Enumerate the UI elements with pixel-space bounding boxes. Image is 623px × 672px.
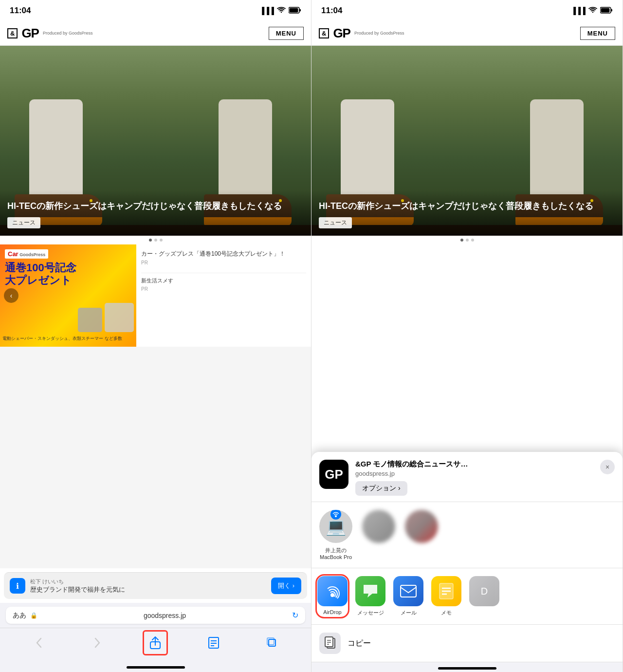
prev-button[interactable]: ‹ [4, 288, 18, 303]
share-button[interactable] [146, 633, 165, 653]
battery-icon [289, 7, 301, 15]
left-hero-overlay: HI-TECの新作シューズはキャンプだけじゃなく普段履きもしたくなる ニュース [0, 190, 311, 236]
left-home-indicator [0, 662, 311, 672]
share-info: &GP モノ情報の総合ニュースサ… goodspress.jp オプション › [355, 460, 593, 496]
forward-button[interactable] [88, 633, 107, 653]
right-hero-image: HI-TECの新作シューズはキャンプだけじゃなく普段履きもしたくなる ニュース [312, 46, 623, 236]
left-hero-title: HI-TECの新作シューズはキャンプだけじゃなく普段履きもしたくなる [7, 200, 304, 212]
right-scroll-dots [312, 236, 623, 244]
share-app-name: &GP モノ情報の総合ニュースサ… [355, 460, 593, 469]
macbook-avatar: 💻 [319, 510, 352, 543]
left-menu-button[interactable]: MENU [269, 27, 304, 40]
url-display: goodspress.jp [41, 612, 288, 619]
macbook-contact-name: 井上晃のMacBook Pro [320, 547, 352, 560]
open-button[interactable]: 開く › [271, 578, 301, 594]
right-hero-title: HI-TECの新作シューズはキャンプだけじゃなく普段履きもしたくなる [319, 200, 615, 212]
app-share-row: AirDrop メッセージ メール [312, 568, 623, 625]
left-notification-bar: ℹ 松下 けいいち 歴史ブランド開発で福井を元気に 開く › [4, 572, 307, 599]
left-scroll-dots [0, 236, 311, 244]
logo-produced-text: Produced by GoodsPress [43, 31, 93, 36]
airdrop-contact-3[interactable] [405, 510, 438, 560]
notif-title: 歴史ブランド開発で福井を元気に [30, 585, 266, 594]
share-app-gp-text: GP [325, 467, 343, 482]
promo-image: Car GoodsPress 通巻100号記念大プレゼント 電動シェーバー・スキ… [0, 244, 136, 347]
left-status-bar: 11:04 ▐▐▐ [0, 0, 311, 21]
share-app-icon: GP [319, 460, 348, 489]
copy-row[interactable]: コピー [312, 625, 623, 662]
back-button[interactable] [29, 633, 49, 653]
right-hero-overlay: HI-TECの新作シューズはキャンプだけじゃなく普段履きもしたくなる ニュース [312, 190, 623, 236]
bookmarks-button[interactable] [204, 633, 223, 653]
share-header: GP &GP モノ情報の総合ニュースサ… goodspress.jp オプション… [312, 452, 623, 502]
left-app-header: & GP Produced by GoodsPress MENU [0, 21, 311, 46]
promo-pr-badge: PR [141, 260, 306, 265]
right-battery-icon [600, 7, 613, 15]
left-logo: & GP Produced by GoodsPress [7, 26, 93, 41]
share-mail-item[interactable]: メール [393, 576, 423, 616]
left-promo-section: Car GoodsPress 通巻100号記念大プレゼント 電動シェーバー・スキ… [0, 244, 311, 347]
left-hero-image: HI-TECの新作シューズはキャンプだけじゃなく普段履きもしたくなる ニュース [0, 46, 311, 236]
reload-icon[interactable]: ↻ [292, 611, 298, 620]
share-app-url: goodspress.jp [355, 470, 593, 477]
left-news-badge: ニュース [7, 217, 40, 228]
airdrop-contact-2[interactable] [362, 510, 395, 560]
wifi-icon [277, 7, 286, 15]
right-signal-icon: ▐▐▐ [571, 7, 586, 15]
share-sheet: GP &GP モノ情報の総合ニュースサ… goodspress.jp オプション… [312, 452, 623, 672]
promo-text-area: カー・グッズプレス「通巻100号記念大プレゼント」！ PR 新生活スメす PR [136, 244, 311, 347]
address-bar[interactable]: ああ 🔒 goodspress.jp ↻ [6, 607, 305, 624]
share-airdrop-item[interactable]: AirDrop [317, 576, 348, 616]
lock-icon: 🔒 [30, 612, 37, 619]
blurred-avatar-2 [405, 510, 438, 543]
messages-label: メッセージ [357, 609, 384, 616]
right-home-bar [438, 667, 496, 670]
left-phone-panel: 11:04 ▐▐▐ & GP [0, 0, 312, 672]
close-share-button[interactable]: × [600, 460, 615, 474]
airdrop-contact-macbook[interactable]: 💻 井上晃のMacBook Pro [319, 510, 352, 560]
right-news-badge: ニュース [319, 217, 352, 228]
svg-rect-11 [611, 9, 612, 11]
messages-app-icon [355, 576, 385, 606]
svg-rect-20 [325, 637, 333, 647]
airdrop-contacts-row: 💻 井上晃のMacBook Pro [312, 502, 623, 568]
share-more-item[interactable]: D [469, 576, 499, 616]
home-bar [127, 666, 185, 669]
promo-side-pr: PR [141, 286, 306, 292]
left-bottom-nav [0, 628, 311, 662]
left-status-icons: ▐▐▐ [259, 7, 301, 15]
mail-app-icon [393, 576, 423, 606]
options-button[interactable]: オプション › [355, 481, 407, 496]
right-phone-panel: 11:04 ▐▐▐ & GP [312, 0, 623, 672]
macbook-icon: 💻 [326, 517, 346, 536]
svg-rect-12 [601, 8, 610, 12]
notes-app-icon [431, 576, 461, 606]
dot-3 [160, 239, 163, 242]
logo-ampersand: & [7, 28, 18, 38]
right-dot-3 [471, 239, 474, 242]
dot-1 [149, 239, 152, 242]
svg-rect-14 [401, 585, 416, 597]
right-home-indicator [312, 662, 623, 672]
text-size-label: ああ [13, 611, 26, 620]
more-app-icon: D [469, 576, 499, 606]
right-menu-button[interactable]: MENU [580, 27, 615, 40]
right-status-bar: 11:04 ▐▐▐ [312, 0, 623, 21]
svg-point-13 [335, 515, 337, 517]
dot-2 [154, 239, 157, 242]
right-status-time: 11:04 [321, 6, 342, 16]
left-content-area: Car GoodsPress 通巻100号記念大プレゼント 電動シェーバー・スキ… [0, 244, 311, 568]
copy-label: コピー [348, 638, 371, 649]
promo-side-title: 新生活スメす [141, 273, 306, 284]
signal-icon: ▐▐▐ [259, 7, 274, 15]
promo-article-title: カー・グッズプレス「通巻100号記念大プレゼント」！ [141, 249, 306, 258]
share-notes-item[interactable]: メモ [431, 576, 461, 616]
share-messages-item[interactable]: メッセージ [355, 576, 385, 616]
options-label: オプション › [362, 484, 401, 493]
right-dot-1 [460, 239, 463, 242]
svg-rect-3 [150, 642, 160, 649]
blurred-avatar-1 [362, 510, 395, 543]
tabs-button[interactable] [262, 633, 282, 653]
right-wifi-icon [588, 7, 597, 15]
left-safari-bar: ああ 🔒 goodspress.jp ↻ [0, 603, 311, 628]
mail-label: メール [401, 609, 417, 616]
